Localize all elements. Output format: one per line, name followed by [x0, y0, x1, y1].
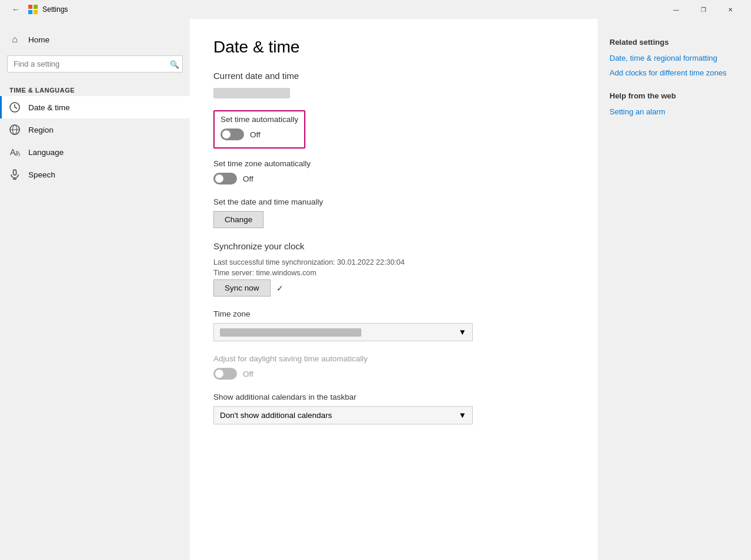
- search-input[interactable]: [7, 55, 183, 73]
- current-date-section-title: Current date and time: [213, 71, 574, 81]
- sync-title: Synchronize your clock: [213, 241, 574, 251]
- sidebar-category: Time & Language: [0, 82, 190, 96]
- minimize-button[interactable]: —: [663, 0, 690, 19]
- search-box: 🔍: [7, 55, 183, 73]
- toggle-thumb: [222, 130, 230, 139]
- sync-row: Sync now ✓: [213, 279, 574, 297]
- clock-icon: [9, 102, 20, 113]
- sync-clock-group: Synchronize your clock Last successful t…: [213, 241, 574, 297]
- calendars-label: Show additional calendars in the taskbar: [213, 393, 574, 401]
- set-timezone-auto-toggle-row: Off: [213, 173, 574, 185]
- restore-button[interactable]: ❐: [690, 0, 717, 19]
- svg-rect-12: [14, 170, 17, 175]
- change-button[interactable]: Change: [213, 211, 263, 228]
- calendars-group: Show additional calendars in the taskbar…: [213, 393, 574, 424]
- page-title: Date & time: [213, 38, 574, 57]
- back-button[interactable]: ←: [7, 1, 25, 18]
- set-time-auto-state: Off: [250, 130, 261, 139]
- set-timezone-auto-state: Off: [243, 174, 253, 183]
- sync-info-line1: Last successful time synchronization: 30…: [213, 258, 574, 266]
- sidebar-item-speech[interactable]: Speech: [0, 163, 190, 186]
- svg-line-6: [15, 107, 17, 108]
- sidebar-item-language[interactable]: A あ Language: [0, 141, 190, 163]
- set-time-auto-toggle-row: Off: [220, 129, 298, 140]
- dropdown-arrow-icon: ▼: [459, 328, 466, 337]
- sync-checkmark: ✓: [276, 284, 284, 293]
- close-button[interactable]: ✕: [717, 0, 744, 19]
- sidebar-item-speech-label: Speech: [28, 170, 55, 179]
- daylight-label: Adjust for daylight saving time automati…: [213, 354, 574, 363]
- globe-icon: [9, 124, 20, 135]
- sidebar-item-region[interactable]: Region: [0, 118, 190, 141]
- current-time-display: [213, 88, 290, 98]
- sync-now-button[interactable]: Sync now: [213, 279, 271, 297]
- set-time-auto-box: Set time automatically Off: [213, 110, 305, 149]
- window-controls: — ❐ ✕: [663, 0, 744, 19]
- set-manually-label: Set the date and time manually: [213, 197, 574, 206]
- right-panel: Related settings Date, time & regional f…: [598, 19, 751, 560]
- calendars-value: Don't show additional calendars: [220, 411, 332, 420]
- help-title: Help from the web: [610, 91, 739, 100]
- timezone-label: Time zone: [213, 309, 574, 318]
- related-settings-title: Related settings: [610, 38, 739, 47]
- svg-rect-0: [28, 5, 32, 9]
- set-time-auto-toggle[interactable]: [220, 129, 244, 140]
- related-link-clocks[interactable]: Add clocks for different time zones: [610, 68, 739, 77]
- language-icon: A あ: [9, 147, 20, 157]
- svg-rect-1: [34, 5, 38, 9]
- help-link-alarm[interactable]: Setting an alarm: [610, 107, 739, 116]
- set-timezone-auto-toggle[interactable]: [213, 173, 237, 185]
- toggle-thumb-2: [215, 174, 223, 183]
- sidebar-item-date-time[interactable]: Date & time: [0, 96, 190, 118]
- timezone-dropdown[interactable]: ▼: [213, 323, 473, 341]
- calendars-dropdown-arrow-icon: ▼: [459, 411, 466, 420]
- titlebar: ← Settings — ❐ ✕: [0, 0, 751, 19]
- app-icon: [28, 5, 38, 14]
- main-content: Date & time Current date and time Set ti…: [190, 19, 598, 560]
- app-layout: ⌂ Home 🔍 Time & Language Date & time: [0, 19, 751, 560]
- sidebar-item-home[interactable]: ⌂ Home: [0, 28, 190, 51]
- sync-info-line2: Time server: time.windows.com: [213, 269, 574, 277]
- sidebar: ⌂ Home 🔍 Time & Language Date & time: [0, 19, 190, 560]
- related-link-formatting[interactable]: Date, time & regional formatting: [610, 54, 739, 62]
- daylight-state: Off: [243, 370, 253, 378]
- set-manually-group: Set the date and time manually Change: [213, 197, 574, 228]
- microphone-icon: [9, 169, 20, 180]
- svg-text:あ: あ: [15, 150, 20, 156]
- sidebar-item-language-label: Language: [28, 148, 64, 157]
- search-icon: 🔍: [170, 60, 179, 68]
- sidebar-home-label: Home: [28, 35, 50, 44]
- daylight-toggle-row: Off: [213, 368, 574, 380]
- home-icon: ⌂: [9, 34, 20, 45]
- timezone-group: Time zone ▼: [213, 309, 574, 341]
- window-title: Settings: [42, 5, 663, 14]
- sidebar-item-date-time-label: Date & time: [28, 103, 70, 112]
- set-timezone-auto-group: Set time zone automatically Off: [213, 159, 574, 185]
- daylight-group: Adjust for daylight saving time automati…: [213, 354, 574, 380]
- svg-rect-2: [28, 10, 32, 14]
- set-time-auto-label: Set time automatically: [220, 115, 298, 124]
- svg-rect-3: [34, 10, 38, 14]
- set-timezone-auto-label: Set time zone automatically: [213, 159, 574, 168]
- toggle-thumb-3: [215, 370, 223, 378]
- calendars-dropdown[interactable]: Don't show additional calendars ▼: [213, 406, 473, 424]
- daylight-toggle[interactable]: [213, 368, 237, 380]
- timezone-placeholder: [220, 328, 361, 337]
- sidebar-item-region-label: Region: [28, 126, 54, 134]
